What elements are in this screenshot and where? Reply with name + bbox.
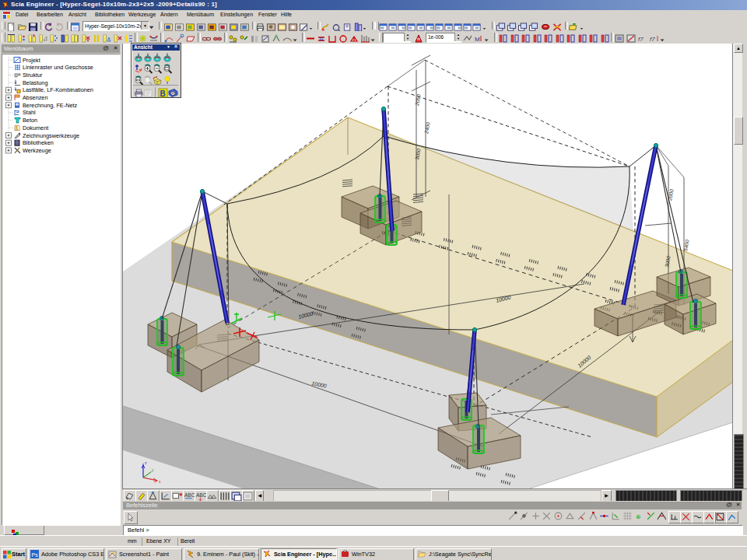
svg-text:⊛: ⊛ — [636, 513, 640, 520]
svg-text:ABC: ABC — [196, 492, 206, 498]
svg-text:B: B — [160, 89, 166, 98]
svg-text:ABC: ABC — [184, 492, 195, 498]
svg-text:Absenzen: Absenzen — [23, 94, 47, 101]
svg-text:f7: f7 — [638, 36, 644, 43]
svg-text:Lastfälle, LF-Kombinationen: Lastfälle, LF-Kombinationen — [23, 86, 93, 93]
svg-text:Zeichnungswerkzeuge: Zeichnungswerkzeuge — [23, 132, 79, 139]
svg-text:Ps: Ps — [32, 552, 39, 558]
svg-text:5400: 5400 — [682, 239, 689, 251]
svg-text:2050: 2050 — [414, 93, 422, 107]
svg-text:Projekt: Projekt — [23, 57, 40, 64]
svg-text:Werkzeuge: Werkzeuge — [23, 147, 51, 154]
svg-text:Linienraster und Geschosse: Linienraster und Geschosse — [23, 64, 93, 71]
svg-text:Berechnung, FE-Netz: Berechnung, FE-Netz — [23, 102, 78, 109]
svg-text:Belastung: Belastung — [23, 79, 47, 86]
svg-text:Bibliotheken: Bibliotheken — [23, 139, 54, 146]
svg-text:Beton: Beton — [23, 117, 37, 124]
svg-text:11: 11 — [319, 37, 323, 41]
svg-text:f7: f7 — [650, 36, 655, 43]
svg-text:Struktur: Struktur — [23, 72, 43, 79]
svg-text:M: M — [475, 36, 480, 43]
svg-text:Dokument: Dokument — [23, 124, 48, 131]
svg-text:Stahl: Stahl — [23, 109, 36, 116]
svg-text:2400: 2400 — [423, 121, 431, 135]
